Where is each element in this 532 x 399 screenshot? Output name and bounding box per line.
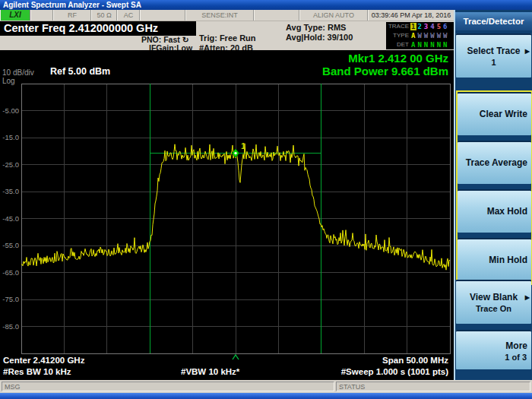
trace-3-cell: N <box>423 41 429 49</box>
softkey-label: View Blank <box>456 280 531 302</box>
marker-readout: Mkr1 2.412 00 GHz Band Power 9.661 dBm <box>322 52 448 78</box>
trace-2-cell: W <box>416 32 423 40</box>
window-title-bar: Agilent Spectrum Analyzer - Swept SA <box>0 0 532 10</box>
y-axis-label: -65.0 <box>0 268 19 277</box>
scale-type-label: Log <box>2 77 15 85</box>
spectrum-display: 1 Mkr1 2.412 00 GHz Band Power 9.661 dBm… <box>0 50 454 380</box>
trace-detectors: ANNNNN <box>410 40 449 49</box>
trace-numbers: 123456 <box>410 22 449 31</box>
trace-5-cell: N <box>436 41 442 49</box>
trace-6-cell: W <box>442 32 448 40</box>
status-spacer <box>254 10 299 21</box>
softkey-label: More <box>456 330 531 351</box>
trace-2-cell: N <box>416 41 423 49</box>
softkey-view-blank[interactable]: View Blank ▶ Trace On <box>456 280 531 324</box>
softkey-page: 1 of 3 <box>456 351 531 362</box>
avg-hold-count: Avg|Hold: 39/100 <box>286 33 353 42</box>
trace-3-cell: 3 <box>423 23 429 30</box>
trace-mode-selected-group: Clear Write Trace Average Max Hold Min H… <box>456 90 532 285</box>
scale-per-div-label: 10 dB/div <box>2 68 34 77</box>
marker-1-number-label: 1 <box>241 141 245 150</box>
softkey-label: Max Hold <box>458 189 531 217</box>
graticule <box>21 84 450 353</box>
taskbar-edge <box>0 393 532 399</box>
vbw-annotation: #VBW 10 kHz* <box>181 367 239 376</box>
rbw-annotation: #Res BW 10 kHz <box>3 367 71 376</box>
menu-title: Trace/Detector <box>455 12 532 30</box>
trace-4-cell: W <box>429 32 435 40</box>
softkey-label: Select Trace <box>456 33 531 56</box>
softkey-max-hold[interactable]: Max Hold <box>458 189 531 233</box>
active-function-readout[interactable]: Center Freq 2.412000000 GHz <box>0 21 196 36</box>
trace-types: AWWWWW <box>410 31 449 40</box>
y-axis-label: -45.0 <box>0 214 19 223</box>
clock: 03:39:46 PM Apr 18, 2016 <box>368 10 454 21</box>
trace-4-cell: N <box>429 41 435 49</box>
trace-legend[interactable]: TRACE123456 TYPEAWWWWW DETANNNNN <box>386 22 454 49</box>
trigger-setting: Trig: Free Run <box>199 33 256 43</box>
y-axis-label: -5.00 <box>0 106 19 115</box>
softkey-panel: Trace/Detector Select Trace ▶ 1 Clear Wr… <box>454 10 532 380</box>
trace-row-label: TRACE <box>386 22 410 31</box>
softkey-label: Clear Write <box>458 92 531 119</box>
window-title: Agilent Spectrum Analyzer - Swept SA <box>3 1 141 9</box>
type-row-label: TYPE <box>386 31 410 40</box>
sense-indicator: SENSE:INT <box>185 10 254 21</box>
softkey-value: 1 <box>456 56 531 67</box>
ref-level-label: Ref 5.00 dBm <box>50 66 110 77</box>
sweep-annotation: #Sweep 1.000 s (1001 pts) <box>341 367 448 376</box>
status-spacer <box>30 10 53 21</box>
trace-5-cell: W <box>436 32 442 40</box>
y-axis-label: -75.0 <box>0 295 19 303</box>
y-axis-label: -15.0 <box>0 133 19 141</box>
avg-type-setting: Avg Type: RMS <box>286 23 346 32</box>
trace-4-cell: 4 <box>429 23 435 30</box>
y-axis-label: -35.0 <box>0 187 19 195</box>
y-axis-label: -85.0 <box>0 322 19 331</box>
softkey-more[interactable]: More 1 of 3 <box>456 330 531 369</box>
message-bar: MSG STATUS <box>0 380 532 393</box>
y-axis-label: -55.0 <box>0 241 19 249</box>
trace-6-cell: 6 <box>442 23 448 30</box>
band-power-result: Band Power 9.661 dBm <box>322 65 448 78</box>
softkey-select-trace[interactable]: Select Trace ▶ 1 <box>456 33 531 78</box>
softkey-value: Trace On <box>456 302 531 313</box>
status-strip: LXI RF 50 Ω AC SENSE:INT ALIGN AUTO 03:3… <box>0 10 454 21</box>
status-field: STATUS <box>336 382 530 391</box>
softkey-label: Trace Average <box>458 141 531 168</box>
softkey-trace-average[interactable]: Trace Average <box>458 141 531 184</box>
msg-field: MSG <box>2 382 334 391</box>
rf-indicator: RF <box>53 10 91 21</box>
submenu-arrow-icon: ▶ <box>525 294 530 301</box>
marker-1-center-dot <box>234 152 236 154</box>
submenu-arrow-icon: ▶ <box>525 48 530 55</box>
span-annotation: Span 50.00 MHz <box>382 356 448 365</box>
trace-3-cell: W <box>423 32 429 40</box>
spectrum-plot[interactable]: 1 <box>0 50 454 380</box>
impedance-indicator: 50 Ω <box>91 10 117 21</box>
marker-frequency: Mkr1 2.412 00 GHz <box>322 52 448 65</box>
lxi-indicator: LXI <box>0 10 30 21</box>
softkey-clear-write[interactable]: Clear Write <box>458 92 531 135</box>
center-freq-annotation: Center 2.41200 GHz <box>3 356 84 365</box>
coupling-indicator: AC <box>117 10 140 21</box>
status-spacer <box>140 10 185 21</box>
y-axis-label: -25.0 <box>0 160 19 169</box>
softkey-min-hold[interactable]: Min Hold <box>458 238 531 281</box>
softkey-label: Min Hold <box>458 238 531 265</box>
trace-6-cell: N <box>442 41 448 49</box>
trace-5-cell: 5 <box>436 23 442 30</box>
det-row-label: DET <box>386 40 410 49</box>
align-indicator: ALIGN AUTO <box>299 10 368 21</box>
center-freq-caret-icon <box>233 355 239 359</box>
analyzer-screen: Agilent Spectrum Analyzer - Swept SA LXI… <box>0 0 532 399</box>
trace-2-cell: 2 <box>416 23 423 30</box>
settings-bar: Center Freq 2.412000000 GHz PNO: Fast ↻ … <box>0 21 532 50</box>
